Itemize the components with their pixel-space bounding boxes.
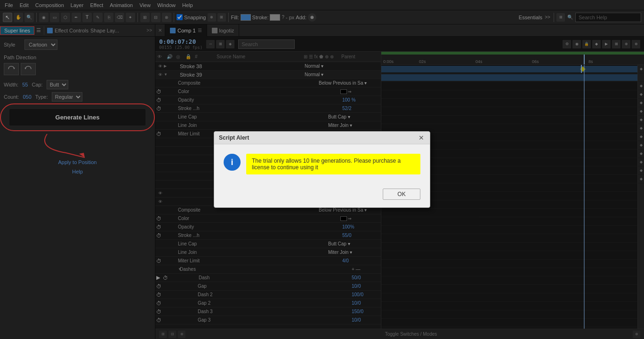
dialog-close-button[interactable]: ✕	[418, 134, 425, 141]
dialog-message-box: The trial only allows 10 line generation…	[246, 154, 420, 174]
dialog-title: Script Alert	[219, 134, 249, 141]
dialog-titlebar: Script Alert ✕	[214, 132, 430, 144]
dialog-ok-button[interactable]: OK	[383, 189, 420, 200]
dialog-overlay: Script Alert ✕ i The trial only allows 1…	[0, 0, 644, 339]
dialog: Script Alert ✕ i The trial only allows 1…	[214, 131, 430, 208]
dialog-info-icon: i	[224, 154, 241, 171]
dialog-body: i The trial only allows 10 line generati…	[214, 144, 430, 184]
dialog-footer: OK	[214, 184, 430, 207]
